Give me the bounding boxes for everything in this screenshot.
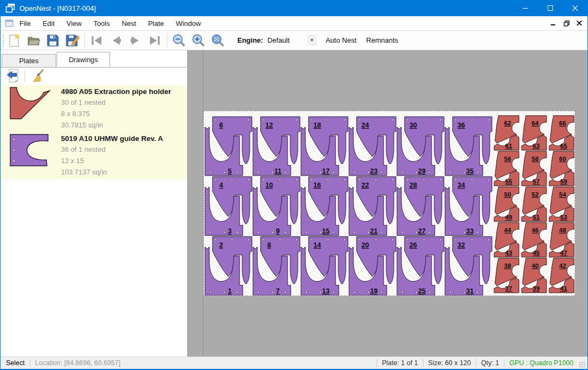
maximize-button[interactable]: [538, 0, 563, 16]
menu-file[interactable]: File: [13, 17, 37, 30]
nav-first-button[interactable]: [87, 32, 106, 49]
status-separator: [423, 359, 423, 367]
nest-pair-purple[interactable]: 109: [253, 177, 300, 236]
title-bar[interactable]: OpenNest - [N0317-004]: [1, 0, 587, 16]
svg-text:18: 18: [313, 122, 321, 129]
plate-sheet[interactable]: 6512111817242330293635431091615222128273…: [203, 111, 575, 296]
svg-text:3: 3: [228, 227, 232, 235]
svg-text:58: 58: [532, 156, 539, 162]
drawing-item-1[interactable]: 4980 A05 Extraction pipe holder 30 of 1 …: [1, 85, 187, 132]
mdi-restore-button[interactable]: [562, 18, 571, 28]
drawing-2-thumbnail: [9, 133, 49, 167]
mdi-minimize-button[interactable]: [549, 18, 558, 28]
nest-pair-red[interactable]: 4443: [494, 223, 519, 257]
main-toolbar: Engine: Default ▼ Auto Nest Remnants: [1, 31, 587, 50]
nest-pair-red[interactable]: 4645: [522, 223, 546, 257]
svg-text:32: 32: [457, 241, 465, 249]
nest-pair-purple[interactable]: 3635: [445, 117, 492, 176]
window-title: OpenNest - [N0317-004]: [19, 4, 96, 12]
nest-pair-purple[interactable]: 2221: [349, 177, 396, 236]
menu-nest[interactable]: Nest: [116, 17, 142, 30]
nest-pair-red[interactable]: 4241: [549, 258, 574, 293]
nest-pair-purple[interactable]: 1413: [301, 237, 348, 295]
tab-plates[interactable]: Plates: [2, 54, 56, 67]
zoom-out-button[interactable]: [169, 32, 189, 49]
drawing-item-2[interactable]: 5019 A10 UHMW guide Rev. A 36 of 1 neste…: [1, 132, 187, 179]
nest-pair-red[interactable]: 3837: [494, 258, 519, 293]
menu-window[interactable]: Window: [170, 17, 207, 30]
nest-pair-red[interactable]: 5857: [522, 151, 546, 186]
nest-pair-red[interactable]: 4847: [549, 223, 574, 257]
svg-text:57: 57: [533, 178, 540, 185]
svg-text:43: 43: [505, 250, 512, 256]
nest-pair-red[interactable]: 5655: [494, 151, 519, 186]
mdi-close-button[interactable]: [575, 18, 584, 28]
zoom-in-button[interactable]: [189, 32, 208, 49]
drawings-list: 4980 A05 Extraction pipe holder 30 of 1 …: [1, 85, 187, 179]
new-file-button[interactable]: [4, 32, 24, 49]
open-file-button[interactable]: [24, 32, 43, 49]
minimize-button[interactable]: [513, 0, 538, 16]
auto-nest-button[interactable]: Auto Nest: [321, 33, 361, 48]
panel-toolbar: [1, 66, 187, 85]
nav-next-button[interactable]: [126, 32, 145, 49]
nest-pair-purple[interactable]: 2423: [349, 117, 396, 176]
nest-pair-purple[interactable]: 2827: [397, 177, 444, 236]
svg-text:7: 7: [276, 287, 280, 295]
nest-pair-red[interactable]: 5453: [549, 187, 574, 221]
svg-text:19: 19: [370, 287, 378, 295]
nest-pair-red[interactable]: 6665: [549, 116, 574, 150]
nest-pair-purple[interactable]: 2625: [397, 237, 444, 295]
nest-pair-red[interactable]: 4039: [522, 258, 546, 293]
nest-pair-purple[interactable]: 43: [205, 177, 252, 236]
svg-text:15: 15: [322, 227, 330, 235]
status-gpu: GPU : Quadro P1000: [509, 359, 573, 367]
nest-pair-red[interactable]: 6463: [522, 116, 546, 150]
save-button[interactable]: [43, 32, 63, 49]
nest-pair-red[interactable]: 6059: [549, 151, 574, 186]
menu-edit[interactable]: Edit: [37, 17, 60, 30]
zoom-fit-button[interactable]: [208, 32, 228, 49]
tab-drawings[interactable]: Drawings: [57, 52, 110, 67]
nest-pair-purple[interactable]: 65: [205, 117, 252, 176]
svg-text:44: 44: [504, 227, 511, 233]
menu-view[interactable]: View: [60, 17, 87, 30]
status-mode: Select: [6, 359, 25, 367]
resize-grip[interactable]: [579, 361, 585, 368]
nested-parts[interactable]: 6512111817242330293635431091615222128273…: [204, 111, 575, 295]
engine-select[interactable]: Default: [268, 36, 306, 44]
svg-text:21: 21: [370, 227, 378, 235]
nest-pair-purple[interactable]: 3029: [397, 117, 444, 176]
menu-tools[interactable]: Tools: [87, 17, 115, 30]
clear-broom-icon: [31, 69, 45, 83]
nest-pair-red[interactable]: 5049: [494, 187, 519, 221]
svg-text:48: 48: [559, 227, 566, 233]
nav-prev-button[interactable]: [106, 32, 126, 49]
nest-pair-purple[interactable]: 87: [253, 237, 300, 295]
nest-pair-purple[interactable]: 3231: [445, 237, 492, 295]
nav-last-button[interactable]: [145, 32, 165, 49]
svg-text:36: 36: [457, 122, 465, 129]
opennest-window: OpenNest - [N0317-004] File Edit View To…: [0, 0, 588, 370]
nest-pair-purple[interactable]: 3433: [445, 177, 492, 236]
nav-first-icon: [90, 33, 104, 48]
nest-pair-red[interactable]: 5251: [522, 187, 546, 221]
close-button[interactable]: [563, 0, 587, 16]
save-as-button[interactable]: [63, 32, 82, 49]
svg-text:1: 1: [228, 287, 232, 295]
nest-pair-purple[interactable]: 1615: [301, 177, 348, 236]
svg-text:4: 4: [220, 181, 223, 189]
remnants-button[interactable]: Remnants: [361, 33, 403, 48]
import-drawing-button[interactable]: [4, 68, 22, 84]
nav-next-icon: [128, 33, 142, 48]
nest-pair-purple[interactable]: 1817: [301, 117, 348, 176]
nest-pair-red[interactable]: 6261: [494, 116, 519, 150]
nest-pair-purple[interactable]: 2019: [349, 237, 396, 295]
nest-pair-purple[interactable]: 21: [205, 237, 252, 295]
drawing-1-area: 30.7815 sq/in: [61, 121, 103, 129]
menu-plate[interactable]: Plate: [142, 17, 170, 30]
engine-dropdown-arrow[interactable]: ▼: [307, 35, 317, 46]
clear-drawings-button[interactable]: [29, 68, 47, 84]
svg-text:50: 50: [504, 191, 511, 198]
nest-pair-purple[interactable]: 1211: [253, 117, 300, 176]
